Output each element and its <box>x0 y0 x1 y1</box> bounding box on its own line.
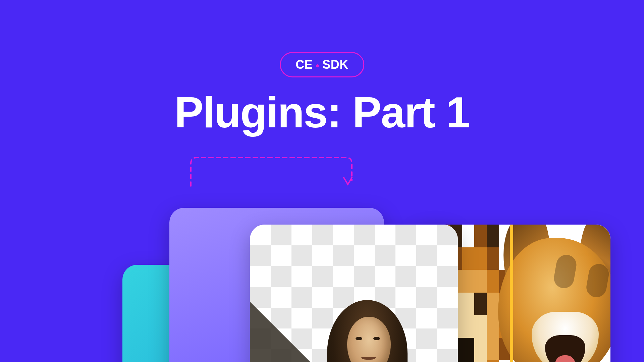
product-badge: CE SDK <box>280 52 364 77</box>
page-title: Plugins: Part 1 <box>174 87 470 137</box>
badge-right: SDK <box>322 58 348 72</box>
compare-right-smooth <box>512 225 610 362</box>
compare-divider[interactable] <box>510 225 513 362</box>
badge-dot-icon <box>316 64 319 67</box>
card-portrait-transparent <box>250 225 458 362</box>
portrait-subject <box>314 285 421 362</box>
card-stack <box>0 154 644 362</box>
badge-left: CE <box>296 58 313 72</box>
